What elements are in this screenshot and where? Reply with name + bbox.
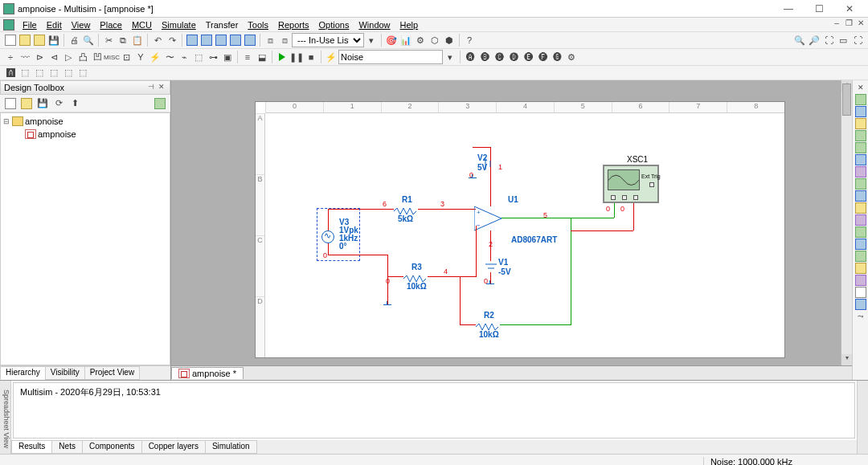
copy-icon[interactable]: ⧉ [116,33,130,47]
probe-b-icon[interactable]: 🅑 [477,50,492,64]
xsc1-ref[interactable]: XSC1 [627,155,648,164]
doc-tab-ampnoise[interactable]: ampnoise * [171,367,244,379]
place-ttl-icon[interactable]: 凸 [76,50,90,64]
instr-iv-icon[interactable] [854,214,867,226]
tab-simulation[interactable]: Simulation [205,440,257,454]
comp2-icon[interactable]: ⧈ [277,33,292,47]
instr-logican-icon[interactable] [854,202,867,214]
battery-icon[interactable] [482,158,497,169]
probe-a-icon[interactable]: 🅐 [463,50,477,64]
tab-components[interactable]: Components [82,440,142,454]
menu-view[interactable]: View [67,19,96,31]
tree-child[interactable]: ampnoise [2,128,168,141]
open2-icon[interactable] [32,33,47,47]
analysis-field[interactable] [338,50,443,64]
menu-edit[interactable]: Edit [42,19,67,31]
interactive-icon[interactable]: ⚡ [324,50,338,64]
v5-icon[interactable]: ⬚ [61,66,76,80]
place-ni-icon[interactable]: ⬚ [191,50,206,64]
paste-icon[interactable]: 📋 [130,33,145,47]
probe1-icon[interactable]: 🎯 [384,33,399,47]
instr-4scope-icon[interactable] [854,142,867,153]
place-em-icon[interactable]: ⌁ [177,50,191,64]
place-cmos-icon[interactable]: 凹 [90,50,104,64]
save-icon[interactable]: 💾 [47,33,61,47]
probe-set-icon[interactable]: ⚙ [564,50,579,64]
instr-curr-icon[interactable]: ⤳ [854,311,867,322]
r2-ref[interactable]: R2 [484,311,494,320]
toolbox-pin-icon[interactable]: ⊣ [146,83,156,92]
u1-ref[interactable]: U1 [508,195,518,204]
undo-icon[interactable]: ↶ [150,33,165,47]
spreadsheet-tab[interactable]: Spreadsheet View [0,381,11,454]
window-maximize[interactable]: ☐ [804,1,834,17]
tree-root[interactable]: ⊟ ampnoise [2,115,168,128]
probe3-icon[interactable]: ⚙ [413,33,428,47]
mdi-restore[interactable]: ❐ [843,18,854,29]
run-icon[interactable] [275,50,289,64]
mdi-close[interactable]: ✕ [855,18,866,29]
probe2-icon[interactable]: 📊 [399,33,413,47]
tab-visibility[interactable]: Visibility [45,366,85,380]
analysis-drop-icon[interactable]: ▾ [443,50,457,64]
menu-transfer[interactable]: Transfer [201,19,244,31]
place-basic-icon[interactable]: 〰 [18,50,32,64]
probe-f-icon[interactable]: 🅕 [535,50,550,64]
gnd-v1-icon[interactable] [485,283,495,292]
place-ind-icon[interactable]: Y [133,50,148,64]
instr-tek-icon[interactable] [854,275,867,286]
instr-bode-icon[interactable] [854,154,867,165]
open-icon[interactable] [18,33,32,47]
sheet1-icon[interactable] [185,33,199,47]
resistor-icon[interactable] [394,206,418,213]
menu-simulate[interactable]: Simulate [157,19,201,31]
v1-icon[interactable]: 🅰 [3,66,18,80]
instr-scope-icon[interactable] [854,130,867,141]
probe4-icon[interactable]: ⬡ [428,33,442,47]
place-misc-icon[interactable]: MISC [104,50,119,64]
instr-ni-icon[interactable] [854,299,867,310]
place-conn-icon[interactable]: ⊶ [206,50,220,64]
place-analog-icon[interactable]: ▷ [61,50,76,64]
gnd-r3-icon[interactable] [383,304,392,312]
output-log[interactable]: Multisim - 2020年6月29日, 10:53:31 [13,382,855,438]
help-icon[interactable]: ? [462,33,477,47]
inuse-combo[interactable]: --- In-Use List --- [292,33,364,47]
menu-options[interactable]: Options [314,19,354,31]
comp1-icon[interactable]: ⧈ [263,33,277,47]
instr-freq-icon[interactable] [854,166,867,177]
r3-ref[interactable]: R3 [411,263,422,271]
instr-lab-icon[interactable] [854,287,867,298]
instr-multimeter-icon[interactable] [854,94,867,105]
sheet4-icon[interactable] [228,33,243,47]
place-rf-icon[interactable]: 〜 [162,50,177,64]
tab-projectview[interactable]: Project View [84,366,140,380]
zoomout-icon[interactable]: 🔎 [807,33,821,47]
menu-help[interactable]: Help [395,19,424,31]
tb-open-icon[interactable] [19,96,34,111]
instr-close-icon[interactable]: ✕ [854,82,867,93]
sheet3-icon[interactable] [214,33,228,47]
instr-funcgen-icon[interactable] [854,106,867,117]
instr-spectrum-icon[interactable] [854,239,867,250]
pause-icon[interactable]: ❚❚ [289,50,304,64]
stop-icon[interactable]: ■ [304,50,318,64]
mdi-min[interactable]: – [831,18,842,29]
preview-icon[interactable]: 🔍 [81,33,96,47]
ac-source-icon[interactable] [321,230,334,243]
instr-wordgen-icon[interactable] [854,178,867,190]
opamp-icon[interactable]: +− [474,206,502,230]
menu-place[interactable]: Place [95,19,127,31]
menu-file[interactable]: File [18,19,42,31]
menu-window[interactable]: Window [354,19,395,31]
tb-ref-icon[interactable]: ⟳ [51,96,66,111]
v4-icon[interactable]: ⬚ [47,66,61,80]
canvas-area[interactable]: 012345678 ABCD V2 5V 0 1 R1 [171,80,852,380]
cut-icon[interactable]: ✂ [101,33,116,47]
fullscreen-icon[interactable]: ⛶ [850,33,865,47]
probe-d-icon[interactable]: 🅓 [506,50,521,64]
probe-c-icon[interactable]: 🅒 [492,50,506,64]
sheet5-icon[interactable] [243,33,257,47]
hier-icon[interactable]: ⬓ [255,50,269,64]
instr-dist-icon[interactable] [854,226,867,238]
